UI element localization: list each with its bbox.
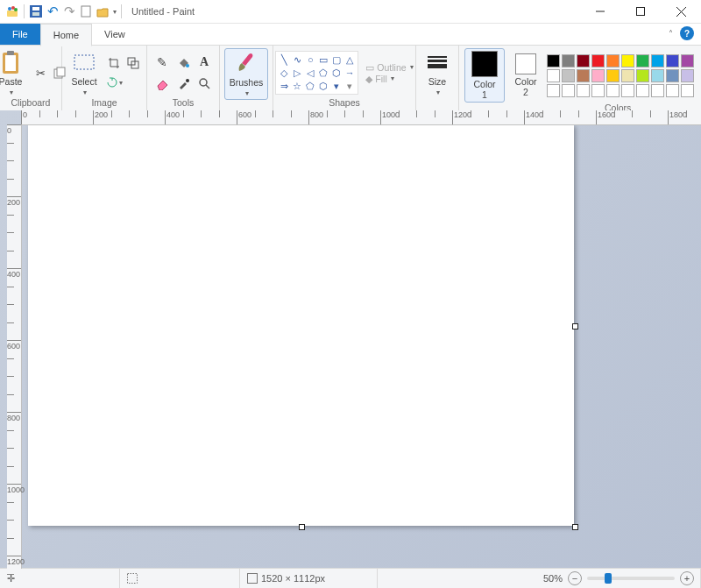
color-swatch[interactable] xyxy=(636,54,649,67)
color-swatch[interactable] xyxy=(621,54,634,67)
color-swatch[interactable] xyxy=(666,84,679,97)
ruler-horizontal: 020040060080010001200140016001800 xyxy=(21,110,701,125)
color-swatch[interactable] xyxy=(562,84,575,97)
color-swatch[interactable] xyxy=(547,69,560,82)
zoom-slider-thumb[interactable] xyxy=(605,573,612,584)
ruler-vertical: 020040060080010001200 xyxy=(7,124,22,569)
color-swatch[interactable] xyxy=(577,69,590,82)
color-swatch[interactable] xyxy=(577,84,590,97)
new-icon[interactable] xyxy=(79,4,93,18)
color-swatch[interactable] xyxy=(547,54,560,67)
rotate-icon[interactable]: ▾ xyxy=(105,74,123,91)
color-swatch[interactable] xyxy=(636,69,649,82)
tab-view[interactable]: View xyxy=(92,24,138,45)
group-shapes-label: Shapes xyxy=(329,97,360,109)
group-clipboard-label: Clipboard xyxy=(11,97,51,109)
group-tools-label: Tools xyxy=(173,97,195,109)
color-swatch[interactable] xyxy=(591,54,605,67)
size-button[interactable]: Size▾ xyxy=(420,50,455,96)
cursor-position: ✛ xyxy=(0,569,120,588)
color2-button[interactable]: Color 2 xyxy=(508,53,543,97)
help-icon[interactable]: ? xyxy=(680,26,694,40)
eraser-icon[interactable] xyxy=(152,74,172,93)
brushes-button[interactable]: Brushes▾ xyxy=(224,48,268,100)
color-swatch[interactable] xyxy=(606,69,620,82)
cut-icon[interactable]: ✂ xyxy=(32,64,49,81)
status-bar: ✛ 1520 × 1112px 50% − + xyxy=(0,568,701,588)
color-swatch[interactable] xyxy=(591,69,605,82)
collapse-ribbon-icon[interactable]: ˄ xyxy=(669,29,673,39)
zoom-level: 50% xyxy=(543,573,563,584)
outline-icon: ▭ xyxy=(365,62,374,73)
canvas-size-icon xyxy=(247,573,258,584)
color-swatch[interactable] xyxy=(562,54,575,67)
qat-dropdown[interactable]: ▾ xyxy=(113,8,117,16)
select-button[interactable]: Select▾ xyxy=(67,50,102,96)
crop-icon[interactable] xyxy=(105,54,123,72)
edit-colors-button[interactable]: Edit colors xyxy=(697,52,701,99)
resize-handle-right[interactable] xyxy=(572,323,578,329)
bucket-icon[interactable] xyxy=(173,53,193,72)
color-swatch[interactable] xyxy=(651,69,664,82)
close-button[interactable] xyxy=(661,0,701,23)
select-icon xyxy=(72,50,96,74)
shapes-gallery[interactable]: ╲∿○▭▢△ ◇▷◁⬠⬡→ ⇒☆⬠⬡▾▾ xyxy=(275,51,358,95)
undo-icon[interactable]: ↶ xyxy=(46,4,60,18)
color-swatch[interactable] xyxy=(651,54,664,67)
save-icon[interactable] xyxy=(29,4,43,18)
color-swatch[interactable] xyxy=(666,54,679,67)
svg-rect-0 xyxy=(7,11,18,17)
color-swatch[interactable] xyxy=(591,84,605,97)
color-swatch[interactable] xyxy=(651,84,664,97)
resize-handle-bottom[interactable] xyxy=(299,524,305,530)
canvas[interactable] xyxy=(28,124,574,526)
separator xyxy=(121,4,122,18)
svg-rect-13 xyxy=(5,55,16,71)
paste-button[interactable]: Paste▾ xyxy=(0,50,28,96)
brush-icon xyxy=(234,51,258,75)
svg-rect-17 xyxy=(74,55,94,69)
color-swatch[interactable] xyxy=(621,69,634,82)
fill-button[interactable]: ◆Fill▾ xyxy=(365,74,413,84)
app-icon xyxy=(5,4,19,18)
svg-rect-28 xyxy=(128,574,138,584)
color-swatch[interactable] xyxy=(577,54,590,67)
zoom-out-button[interactable]: − xyxy=(568,571,582,585)
color-swatch[interactable] xyxy=(621,84,634,97)
svg-rect-5 xyxy=(32,7,39,11)
color-swatch[interactable] xyxy=(547,84,560,97)
tab-home[interactable]: Home xyxy=(40,24,92,46)
svg-point-21 xyxy=(186,79,189,82)
text-icon[interactable]: A xyxy=(195,53,214,72)
maximize-button[interactable] xyxy=(620,0,661,23)
svg-rect-14 xyxy=(7,51,14,55)
color1-button[interactable]: Color 1 xyxy=(464,48,505,103)
resize-icon[interactable] xyxy=(124,54,142,72)
color-swatch[interactable] xyxy=(636,84,649,97)
svg-rect-9 xyxy=(637,8,645,16)
zoom-slider[interactable] xyxy=(587,577,675,580)
color-palette[interactable] xyxy=(547,54,694,97)
minimize-button[interactable] xyxy=(580,0,620,23)
size-icon xyxy=(425,50,450,74)
open-icon[interactable] xyxy=(96,4,110,18)
color-swatch[interactable] xyxy=(681,69,694,82)
color-swatch[interactable] xyxy=(681,84,694,97)
outline-button[interactable]: ▭Outline▾ xyxy=(365,62,413,73)
svg-rect-29 xyxy=(248,574,258,584)
color-swatch[interactable] xyxy=(681,54,694,67)
color-swatch[interactable] xyxy=(666,69,679,82)
color-swatch[interactable] xyxy=(606,54,620,67)
canvas-size: 1520 × 1112px xyxy=(240,569,378,588)
svg-point-20 xyxy=(186,64,189,67)
picker-icon[interactable] xyxy=(173,74,193,93)
zoom-in-button[interactable]: + xyxy=(680,571,694,585)
resize-handle-corner[interactable] xyxy=(572,524,578,530)
color-swatch[interactable] xyxy=(606,84,620,97)
tab-file[interactable]: File xyxy=(0,24,40,45)
pencil-icon[interactable]: ✎ xyxy=(152,53,172,72)
color-swatch[interactable] xyxy=(562,69,575,82)
redo-icon[interactable]: ↷ xyxy=(62,4,76,18)
svg-point-22 xyxy=(200,79,207,86)
magnify-icon[interactable] xyxy=(195,74,214,93)
